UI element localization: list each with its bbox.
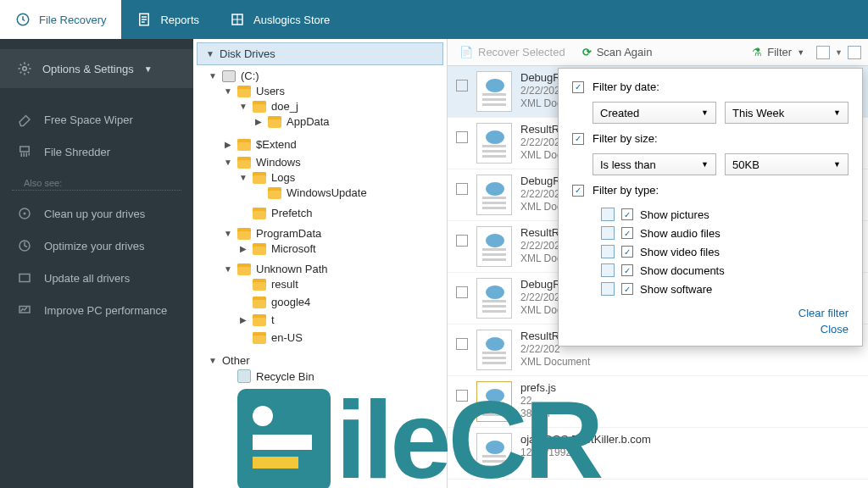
folder-icon [237,86,251,97]
xml-file-icon [476,226,512,267]
date-range-select[interactable]: This Week▼ [725,102,849,124]
top-tabs: File Recovery Reports Auslogics Store [0,0,868,39]
show-audio-checkbox[interactable] [621,227,633,239]
select-value: This Week [732,107,784,119]
filter-size-label: Filter by size: [593,132,658,145]
tree-enus[interactable]: ▶en-US [239,331,447,344]
folder-icon [237,228,251,240]
shredder-icon [17,144,32,159]
xml-file-icon [476,175,512,215]
file-checkbox[interactable] [456,80,468,92]
recycle-bin-icon [237,369,251,383]
file-checkbox[interactable] [456,338,468,350]
sidebar-free-space-wiper[interactable]: Free Space Wiper [0,103,193,136]
folder-icon [268,116,281,128]
tree-programdata[interactable]: ▼ProgramData [224,227,447,240]
store-icon [230,12,245,27]
tree-other[interactable]: ▼Other [209,354,447,367]
sidebar-file-shredder[interactable]: File Shredder [0,136,193,168]
tree-result[interactable]: ▶result [239,278,447,291]
chevron-down-icon: ▼ [701,108,709,117]
sidebar-item-label: Optimize your drives [44,240,144,252]
file-row[interactable]: ojan.DOS.BootKiller.b.com12/16/1992 [448,428,868,480]
recover-selected-button[interactable]: 📄 Recover Selected [454,43,570,61]
size-value-select[interactable]: 50KB▼ [725,153,849,175]
filter-button[interactable]: ⚗ Filter ▼ [747,43,810,61]
tree-node-label: google4 [271,296,310,308]
filter-type-checkbox[interactable] [572,185,584,197]
drive-icon [222,70,236,82]
file-checkbox[interactable] [456,390,468,402]
show-video-checkbox[interactable] [621,246,633,258]
main-panel: 📄 Recover Selected ⟳ Scan Again ⚗ Filter… [448,39,868,488]
pictures-icon [601,208,615,221]
perf-icon [17,302,32,318]
view-list-button[interactable] [816,46,830,59]
date-type-select[interactable]: Created▼ [593,102,716,124]
sidebar-improve-perf[interactable]: Improve PC performance [0,294,193,326]
tree-unknown[interactable]: ▼Unknown Path [224,263,447,275]
tree-node-label: Unknown Path [256,263,328,275]
options-label: Options & Settings [42,63,134,75]
tab-label: Auslogics Store [253,14,330,26]
sidebar-update-drivers[interactable]: Update all drivers [0,262,193,294]
sidebar-clean-drives[interactable]: Clean up your drives [0,197,193,230]
show-documents-checkbox[interactable] [621,264,633,276]
chevron-down-icon: ▼ [835,48,843,57]
video-icon [601,245,615,258]
tree-users[interactable]: ▼Users [224,85,447,97]
scan-again-button[interactable]: ⟳ Scan Again [577,43,658,61]
sidebar-item-label: Update all drivers [44,272,130,285]
file-checkbox[interactable] [456,441,468,453]
tree-node-label: result [271,278,298,291]
tree-node-label: t [271,313,275,326]
options-settings[interactable]: Options & Settings ▼ [0,49,193,88]
file-checkbox[interactable] [456,183,468,195]
file-row[interactable]: prefs.js2238 PM [448,376,868,428]
toolbar: 📄 Recover Selected ⟳ Scan Again ⚗ Filter… [448,39,868,66]
documents-icon [601,263,615,277]
filter-date-checkbox[interactable] [572,81,584,93]
tree-wu[interactable]: ▶WindowsUpdate [254,186,447,199]
clear-filter-link[interactable]: Clear filter [572,305,849,321]
eraser-icon [17,112,32,127]
tree-extend[interactable]: ▶$Extend [224,138,447,151]
close-popup-link[interactable]: Close [572,321,849,337]
sidebar-item-label: Clean up your drives [44,208,145,220]
exe-file-icon [476,433,512,474]
view-preview-button[interactable] [848,46,861,59]
show-software-checkbox[interactable] [621,283,633,295]
svg-rect-8 [19,274,30,282]
tab-reports[interactable]: Reports [121,0,214,39]
tab-store[interactable]: Auslogics Store [214,0,345,39]
tree-t[interactable]: ▶t [239,313,447,326]
xml-file-icon [476,330,512,370]
type-label: Show software [640,283,712,296]
svg-point-6 [24,213,26,215]
type-label: Show audio files [640,227,721,240]
tree-ms[interactable]: ▶Microsoft [239,242,447,255]
sidebar-optimize-drives[interactable]: Optimize your drives [0,230,193,262]
tree-logs[interactable]: ▼Logs [239,171,447,184]
tree-recycle-bin[interactable]: ▶Recycle Bin [224,369,447,383]
file-checkbox[interactable] [456,286,468,298]
recover-icon: 📄 [459,46,473,58]
tree-prefetch[interactable]: ▶Prefetch [239,207,447,219]
chevron-down-icon: ▼ [206,49,214,58]
file-checkbox[interactable] [456,131,468,143]
button-label: Filter [767,46,792,58]
tree-header[interactable]: ▼ Disk Drives [197,42,443,65]
tree-node-label: (C:) [241,69,259,82]
tree-google[interactable]: ▶google4 [239,296,447,308]
tree-doe[interactable]: ▼doe_j [239,100,447,113]
filter-size-checkbox[interactable] [572,133,584,145]
tree-windows[interactable]: ▼Windows [224,156,447,169]
file-checkbox[interactable] [456,235,468,247]
show-pictures-checkbox[interactable] [621,208,633,220]
size-op-select[interactable]: Is less than▼ [593,153,716,175]
type-label: Show documents [640,264,725,277]
select-value: 50KB [732,158,760,171]
tab-file-recovery[interactable]: File Recovery [0,0,121,39]
tree-drive-c[interactable]: ▼(C:) [209,69,447,82]
tree-appdata[interactable]: ▶AppData [254,115,447,128]
